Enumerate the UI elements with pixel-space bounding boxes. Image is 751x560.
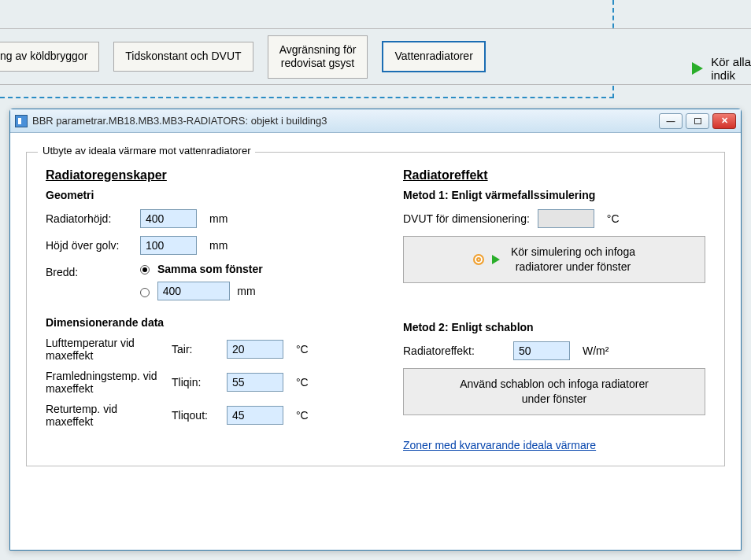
tab-bar: ng av köldbryggor Tidskonstant och DVUT … (0, 28, 751, 85)
unit-tliqout: °C (296, 409, 309, 422)
subhead-method2: Metod 2: Enligt schablon (403, 321, 705, 333)
unit-above-floor: mm (209, 239, 228, 252)
app-icon (15, 115, 28, 127)
sym-tliqin: Tliqin: (172, 376, 219, 389)
zones-link[interactable]: Zoner med kvarvarande ideala värmare (403, 439, 596, 451)
target-icon (473, 254, 484, 265)
unit-rad-effect: W/m² (583, 344, 609, 357)
label-tair: Lufttemperatur vid maxeffekt (46, 337, 164, 362)
radiators-dialog: BBR parametrar.MB18.MB3.MB3-RADIATORS: o… (9, 109, 742, 551)
subhead-dim-data: Dimensionerande data (46, 316, 376, 329)
input-tair[interactable] (227, 340, 283, 359)
label-dvut: DVUT för dimensionering: (403, 212, 530, 225)
input-rad-effect[interactable] (513, 341, 570, 360)
maximize-button[interactable] (686, 113, 709, 129)
tab-water-radiators[interactable]: Vattenradiatorer (382, 41, 485, 72)
unit-dvut: °C (607, 212, 620, 225)
unit-width: mm (237, 285, 255, 297)
unit-tliqin: °C (296, 376, 309, 389)
radio-width-custom[interactable] (140, 288, 150, 297)
label-above-floor: Höjd över golv: (46, 239, 132, 252)
radio-width-same[interactable] (140, 265, 150, 274)
group-radiator-exchange: Utbyte av ideala värmare mot vattenradia… (26, 152, 725, 466)
input-dvut[interactable] (538, 209, 594, 228)
unit-tair: °C (296, 343, 309, 356)
tab-cold-bridges[interactable]: ng av köldbryggor (0, 42, 99, 72)
close-button[interactable]: ✕ (712, 113, 736, 129)
tab-avgransning[interactable]: Avgränsning för redovisat gsyst (268, 35, 368, 79)
minimize-button[interactable]: — (659, 113, 683, 129)
subhead-geometry: Geometri (46, 189, 376, 201)
sym-tair: Tair: (172, 343, 219, 356)
radio-width-same-label: Samma som fönster (157, 263, 263, 275)
group-legend: Utbyte av ideala värmare mot vattenradia… (38, 145, 255, 157)
label-tliqin: Framledningstemp. vid maxeffekt (46, 370, 164, 395)
unit-radiator-height: mm (209, 212, 228, 225)
sym-tliqout: Tliqout: (172, 409, 219, 422)
heading-radiator-props: Radiatoregenskaper (46, 168, 376, 182)
titlebar[interactable]: BBR parametrar.MB18.MB3.MB3-RADIATORS: o… (10, 109, 741, 133)
dialog-title: BBR parametrar.MB18.MB3.MB3-RADIATORS: o… (32, 115, 327, 127)
play-icon (692, 62, 703, 75)
run-simulation-label: Kör simulering och infoga radiatorer und… (511, 245, 635, 274)
input-above-floor[interactable] (140, 236, 197, 255)
input-tliqout[interactable] (227, 406, 283, 425)
heading-radiator-effect: Radiatoreffekt (403, 168, 705, 182)
label-tliqout: Returtemp. vid maxeffekt (46, 403, 164, 428)
run-panel: Kör alla indik (692, 55, 751, 82)
tab-time-constant[interactable]: Tidskonstant och DVUT (113, 42, 253, 72)
input-radiator-height[interactable] (140, 209, 197, 228)
label-radiator-height: Radiatorhöjd: (46, 212, 132, 225)
run-all-label[interactable]: Kör alla indik (711, 55, 751, 82)
run-simulation-button[interactable]: Kör simulering och infoga radiatorer und… (403, 236, 705, 283)
label-rad-effect: Radiatoreffekt: (403, 344, 505, 357)
input-tliqin[interactable] (227, 373, 283, 392)
play-icon (492, 255, 500, 264)
input-width[interactable] (157, 282, 230, 300)
use-schablon-button[interactable]: Använd schablon och infoga radiatorer un… (403, 368, 705, 415)
subhead-method1: Metod 1: Enligt värmefallssimulering (403, 189, 705, 201)
label-width: Bredd: (46, 263, 132, 278)
